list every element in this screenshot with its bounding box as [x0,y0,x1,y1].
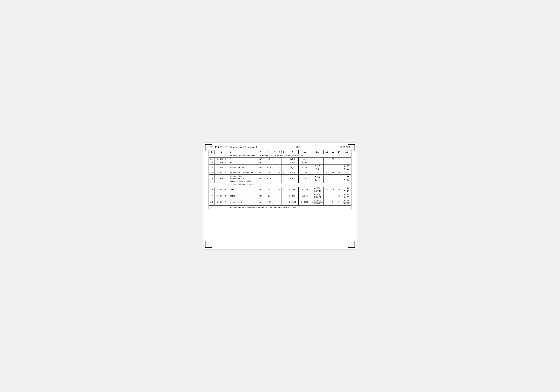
section-header-row: Стойка кабельная типа: [209,183,351,187]
col-header-12: I2 [324,150,330,154]
row-col8: - [281,171,286,174]
row-col14: 6 [336,171,342,174]
row-col4: I00м [256,165,265,171]
row-col12: - [324,171,330,174]
stacked-bot: 0,0005 [314,202,321,205]
row-code: 8-I47-7 [215,199,229,206]
row-col7: - [277,165,282,171]
stacked-top: 0,25 [343,193,350,196]
row-col4: шт [256,171,265,174]
row-col13: 3 [330,165,336,171]
row-col10: 5,53 [299,165,311,171]
row-col11: 0,270,1 [311,165,324,171]
row-col7: - [277,174,282,183]
stacked-col15: 1,680,53 [343,176,350,181]
row-col14: 2 [336,193,342,199]
row-num: 35 [209,174,215,183]
row-col14: 7 [336,158,342,161]
row-col6: - [273,174,277,183]
row-col12: - [324,158,330,161]
row-col11: - [311,161,324,165]
col-header-8: 8 [281,150,286,154]
row-code: 8-399-I [215,174,229,183]
row-col11: 0,0190,0024 [311,187,324,193]
row-col7: - [277,161,282,165]
table-header-row: I 2 3 4 5 6 7 8 9 IO II I2 I3 I4 I5 [209,150,351,154]
row-num: 3I [209,158,215,161]
row-col9: 0,278 [286,193,299,199]
row-col15: 1,140,14 [342,187,351,193]
row-col12: - [324,174,330,183]
col-header-6: 6 [273,150,277,154]
table-row: 34 8-I53-5 Заделки для кабеля КГ шт 6 - … [209,171,351,174]
row-col7: - [277,199,282,206]
row-col7: - [277,187,282,193]
row-code: 8-I47-4 [215,187,229,193]
stacked-top: 0,08 [343,165,350,168]
row-col14: 9 [336,187,342,193]
row-col13: I7 [330,187,336,193]
corner-tl [205,144,212,151]
row-num: 36 [209,187,215,193]
row-col15: 0,2I0,08 [342,199,351,206]
row-col8: - [281,165,286,171]
row-col4: шт [256,161,265,165]
row-col13: 2 [330,199,336,206]
row-code: 8-I56-9 [215,161,229,165]
row-col10: 0,155 [299,187,311,193]
header-title: ТП 409-28-5I.89 Альбом I2 часть 2 [210,146,258,149]
section-header-empty [209,183,229,187]
row-col6: - [273,199,277,206]
row-col9: 3,55 [286,171,299,174]
row-col7: - [277,171,282,174]
stacked-bot: 0,03 [344,168,349,170]
row-col8: - [281,174,286,183]
stacked-bot: 0,0024 [314,196,321,199]
corner-bl [205,241,212,248]
table-row: 37 8-I47-4 КII52 шт I3 - - - 0,278 0,155… [209,193,351,199]
stacked-top: 0,27 [312,165,323,168]
stacked-top: 5,59 [312,176,323,179]
stacked-top: 1,68 [343,176,350,179]
footer-text-row: Присоединение электродвигателей к электр… [209,205,351,209]
row-col5: I3 [265,193,273,199]
row-code: 8-I47-4 [215,193,229,199]
row-col11: 0,00I30,0005 [311,199,324,206]
row-col4: шт [256,199,265,206]
row-col13: 2 [330,174,336,183]
row-col5: 0,3 [265,165,273,171]
row-col14: 3 [336,161,342,165]
row-col12: - [324,161,330,165]
row-col9: 0,278 [286,187,299,193]
row-col9: 7,97 [286,174,299,183]
row-col14: I [336,174,342,183]
row-col4: шт [256,158,265,161]
row-num: 33 [209,165,215,171]
row-col5: 36 [265,158,273,161]
row-col5: 0,3 [265,174,273,183]
row-col5: I62 [265,199,273,206]
main-table: I 2 3 4 5 6 7 8 9 IO II I2 I3 I4 I5 [209,150,351,209]
stacked-col11: 5,591,75 [312,176,323,181]
section-header-text: Стойка кабельная типа: [229,183,351,187]
stacked-col15: 0,250,03 [343,193,350,199]
stacked-bot: 0,0024 [314,190,321,192]
corner-br [348,241,355,248]
stacked-col11: 0,00I30,0005 [312,200,323,205]
col-header-9: 9 [286,150,299,154]
row-col9: 0,0I34 [286,199,299,206]
row-col8: - [281,193,286,199]
col-header-5: 5 [265,150,273,154]
stacked-top: 0,00I3 [312,200,323,202]
row-col11: - [311,171,324,174]
row-col8: - [281,199,286,206]
row-col4: I00м [256,174,265,183]
row-num: 37 [209,193,215,199]
stacked-top: 1,14 [343,187,350,190]
row-col8: - [281,187,286,193]
row-col10: 2,07 [299,174,311,183]
footer-empty [209,205,229,209]
col-header-11: II [311,150,324,154]
row-col10: 0,2 [299,158,311,161]
stacked-top: 0,019 [312,193,323,196]
